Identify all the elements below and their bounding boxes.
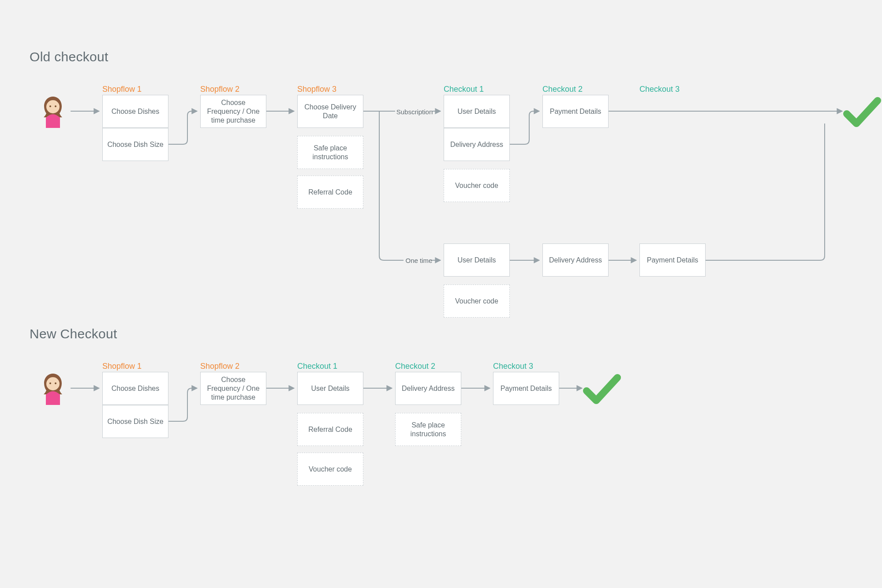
svg-point-0 bbox=[46, 100, 60, 113]
col-label-shopflow2: Shopflow 2 bbox=[200, 85, 239, 94]
box-voucher-code-new: Voucher code bbox=[297, 453, 363, 486]
box-payment-once: Payment Details bbox=[639, 243, 706, 277]
box-payment-sub: Payment Details bbox=[542, 95, 609, 128]
checkmark-icon bbox=[587, 378, 617, 401]
box-payment-new: Payment Details bbox=[493, 372, 559, 405]
edge-label-one-time: One time bbox=[406, 257, 433, 264]
persona-icon bbox=[39, 95, 67, 130]
svg-point-1 bbox=[49, 105, 51, 107]
col-label-shopflow1: Shopflow 1 bbox=[102, 85, 142, 94]
box-delivery-address-sub: Delivery Address bbox=[444, 128, 510, 161]
box-delivery-address-once: Delivery Address bbox=[542, 243, 609, 277]
svg-point-3 bbox=[46, 377, 60, 390]
col-label-checkout1: Checkout 1 bbox=[444, 85, 484, 94]
box-referral-code: Referral Code bbox=[297, 176, 363, 209]
box-choose-dishes-new: Choose Dishes bbox=[102, 372, 168, 405]
box-user-details-once: User Details bbox=[444, 243, 510, 277]
svg-point-4 bbox=[49, 382, 51, 384]
persona-icon bbox=[39, 372, 67, 407]
col-label-shopflow2-new: Shopflow 2 bbox=[200, 362, 239, 371]
box-choose-dishes: Choose Dishes bbox=[102, 95, 168, 128]
box-choose-dish-size: Choose Dish Size bbox=[102, 128, 168, 161]
box-voucher-sub: Voucher code bbox=[444, 169, 510, 202]
checkmark-icon bbox=[847, 101, 878, 124]
section-title-new: New Checkout bbox=[30, 326, 117, 341]
box-delivery-address-new: Delivery Address bbox=[395, 372, 461, 405]
svg-point-2 bbox=[55, 105, 56, 107]
box-safe-place: Safe place instructions bbox=[297, 136, 363, 169]
box-choose-dish-size-new: Choose Dish Size bbox=[102, 405, 168, 438]
box-choose-frequency: Choose Frequency / One time purchase bbox=[200, 95, 266, 128]
box-voucher-once: Voucher code bbox=[444, 285, 510, 318]
col-label-checkout2-new: Checkout 2 bbox=[395, 362, 435, 371]
box-choose-delivery-date: Choose Delivery Date bbox=[297, 95, 363, 128]
svg-point-5 bbox=[55, 382, 56, 384]
box-user-details-sub: User Details bbox=[444, 95, 510, 128]
box-user-details-new: User Details bbox=[297, 372, 363, 405]
col-label-shopflow3: Shopflow 3 bbox=[297, 85, 336, 94]
col-label-shopflow1-new: Shopflow 1 bbox=[102, 362, 142, 371]
section-title-old: Old checkout bbox=[30, 49, 108, 64]
col-label-checkout3-new: Checkout 3 bbox=[493, 362, 533, 371]
box-choose-frequency-new: Choose Frequency / One time purchase bbox=[200, 372, 266, 405]
box-referral-code-new: Referral Code bbox=[297, 413, 363, 446]
col-label-checkout1-new: Checkout 1 bbox=[297, 362, 337, 371]
col-label-checkout3: Checkout 3 bbox=[639, 85, 680, 94]
col-label-checkout2: Checkout 2 bbox=[542, 85, 583, 94]
box-safe-place-new: Safe place instructions bbox=[395, 413, 461, 446]
edge-label-subscription: Subscription bbox=[396, 108, 433, 116]
